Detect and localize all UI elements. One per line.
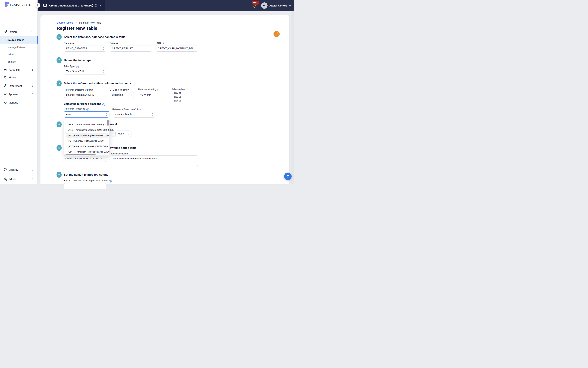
table-description-textarea[interactable]: Monthly balance summaries for credit car… bbox=[110, 156, 198, 166]
ref-timezone-input[interactable]: Ameri bbox=[64, 111, 109, 118]
magic-wand-button[interactable] bbox=[274, 31, 280, 37]
user-name[interactable]: Xavier Conort bbox=[269, 0, 287, 11]
chevron-down-icon[interactable] bbox=[100, 4, 102, 6]
share-icon[interactable] bbox=[90, 4, 93, 8]
sidebar-item-label: Admin bbox=[9, 177, 16, 182]
select-chevrons-icon bbox=[151, 113, 153, 116]
table-name-input[interactable]: CREDIT_CARD_MONTHLY_BALANCE bbox=[63, 156, 106, 162]
help-icon[interactable]: ? bbox=[109, 180, 112, 183]
page-scrollbar[interactable] bbox=[291, 11, 294, 184]
timezone-option[interactable]: [AKST] America/Anchorage (GMT-08:00) bbox=[64, 127, 109, 133]
sidebar-item-source-tables[interactable]: Source Tables bbox=[0, 37, 37, 44]
info-icon[interactable]: i bbox=[86, 108, 89, 111]
table-type-select[interactable]: Time Series Table bbox=[64, 68, 106, 74]
featurebyte-logo-icon bbox=[5, 2, 9, 7]
step-3-badge: 3 bbox=[56, 81, 62, 86]
chevron-down-icon[interactable] bbox=[289, 5, 291, 6]
sidebar-item-label: Formulate bbox=[9, 68, 20, 73]
top-header: Credit Default Dataset UI tutorial ⚙ 999… bbox=[37, 0, 294, 11]
dropdown-horizontal-scrollbar[interactable] bbox=[65, 154, 96, 155]
step-5-badge: 5 bbox=[56, 145, 62, 151]
sidebar-item-label: Entities bbox=[8, 59, 16, 64]
timezone-option-highlighted[interactable]: [PST] America/Los Angeles (GMT-07:00) bbox=[66, 133, 108, 138]
help-icon[interactable]: ? bbox=[102, 103, 105, 106]
step-6-badge: 6 bbox=[56, 172, 62, 178]
database-select[interactable]: DEMO_DATASETS bbox=[64, 45, 106, 52]
help-icon[interactable]: ? bbox=[76, 66, 79, 68]
sidebar-item-ideate[interactable]: Ideate bbox=[0, 75, 37, 80]
column-values-title: Column values: bbox=[172, 88, 185, 91]
column-value: 2020-12 bbox=[172, 95, 185, 98]
database-label: Database bbox=[64, 42, 74, 45]
schema-select[interactable]: CREDIT_DEFAULT bbox=[110, 45, 152, 52]
monitor-icon bbox=[43, 4, 47, 8]
ref-datetime-select[interactable]: balance_month [VARCHAR] bbox=[64, 92, 106, 98]
table-label: Tablei bbox=[156, 42, 165, 45]
help-button[interactable]: ? bbox=[284, 173, 292, 180]
select-chevrons-icon bbox=[102, 70, 105, 73]
time-format-select[interactable]: YYYY-MM bbox=[138, 92, 169, 98]
project-header: Credit Default Dataset UI tutorial ⚙ bbox=[37, 0, 105, 11]
chevron-right-icon bbox=[32, 102, 33, 103]
sidebar-item-manage[interactable]: Manage bbox=[0, 100, 37, 105]
ref-timezone-label: Reference Timezonei bbox=[64, 108, 89, 111]
dropdown-vertical-scrollbar[interactable] bbox=[107, 120, 109, 126]
timezone-option[interactable]: [HAST] America/Adak (GMT-09:00) bbox=[64, 122, 109, 127]
table-type-label: Table Type? bbox=[64, 65, 79, 68]
bell-icon[interactable] bbox=[253, 4, 257, 8]
select-chevrons-icon bbox=[166, 94, 168, 96]
chevron-right-icon bbox=[32, 77, 33, 78]
sidebar-collapse-button[interactable] bbox=[35, 3, 40, 8]
sidebar-item-admin[interactable]: Admin bbox=[0, 177, 37, 182]
record-timestamp-select[interactable] bbox=[64, 183, 106, 184]
breadcrumb-separator: > bbox=[75, 21, 77, 24]
step-3-title: Select the reference datetime column and… bbox=[64, 82, 131, 85]
chevron-right-icon bbox=[32, 169, 33, 171]
info-icon[interactable]: i bbox=[157, 89, 160, 91]
sidebar-item-security[interactable]: Security bbox=[0, 167, 37, 172]
sidebar-item-label: Security bbox=[9, 167, 18, 172]
sidebar-item-managed-views[interactable]: Managed Views bbox=[0, 45, 37, 50]
active-indicator bbox=[37, 37, 37, 44]
breadcrumb: Source Tables > Register New Table bbox=[57, 21, 101, 25]
select-chevrons-icon bbox=[102, 94, 105, 96]
project-title: Credit Default Dataset UI tutorial bbox=[49, 0, 90, 11]
sidebar-item-formulate[interactable]: Formulate bbox=[0, 68, 37, 73]
sidebar-item-label: Approve bbox=[9, 92, 18, 97]
record-timestamp-label: Record Creation Timestamp Column Name? bbox=[64, 179, 112, 183]
breadcrumb-source-tables[interactable]: Source Tables bbox=[57, 21, 73, 24]
sidebar-item-tables[interactable]: Tables bbox=[0, 52, 37, 57]
flask-icon bbox=[4, 84, 7, 87]
sidebar-item-entities[interactable]: Entities bbox=[0, 59, 37, 64]
sidebar-item-label: Source Tables bbox=[8, 37, 24, 44]
utc-local-select[interactable]: Local time bbox=[110, 92, 134, 98]
interval-unit-select[interactable]: Month bbox=[116, 130, 132, 137]
breadcrumb-current: Register New Table bbox=[79, 21, 101, 24]
select-chevrons-icon bbox=[194, 47, 196, 50]
chevron-left-icon bbox=[37, 4, 39, 6]
avatar[interactable]: XC bbox=[261, 2, 267, 9]
table-select[interactable]: CREDIT_CARD_MONTHLY_BALANC bbox=[156, 45, 198, 52]
step-2-title: Define the table type bbox=[64, 59, 91, 62]
chevron-right-icon bbox=[32, 85, 33, 87]
shield-check-icon bbox=[4, 168, 7, 171]
timezone-section-title: Select the reference timezone? bbox=[64, 102, 105, 106]
timezone-option[interactable]: [PST] America/Vancouver (GMT-07:00) bbox=[64, 144, 109, 149]
sidebar-item-approve[interactable]: Approve bbox=[0, 92, 37, 97]
info-icon[interactable]: i bbox=[162, 42, 165, 45]
step-5-title-fragment: ew time series table bbox=[110, 146, 136, 149]
sidebar-divider bbox=[0, 165, 37, 165]
chevron-right-icon bbox=[32, 179, 33, 180]
gear-icon[interactable]: ⚙ bbox=[95, 4, 98, 8]
select-chevrons-icon bbox=[128, 132, 130, 135]
sidebar-item-experiment[interactable]: Experiment bbox=[0, 83, 37, 88]
select-chevrons-icon bbox=[148, 47, 150, 50]
sidebar-item-label: Managed Views bbox=[8, 45, 25, 50]
select-chevrons-icon bbox=[102, 47, 105, 50]
ref-timezone-column-select[interactable]: - Not Applicable - bbox=[113, 111, 155, 118]
sidebar-item-label: Explore bbox=[9, 29, 18, 34]
lightbulb-icon bbox=[4, 76, 7, 79]
timezone-option[interactable]: [PST] America/Tijuana (GMT-07:00) bbox=[64, 138, 109, 144]
sidebar: FEATUREBYTE Explore Source Tables Manage… bbox=[0, 0, 37, 184]
sidebar-item-explore[interactable]: Explore bbox=[0, 29, 37, 34]
